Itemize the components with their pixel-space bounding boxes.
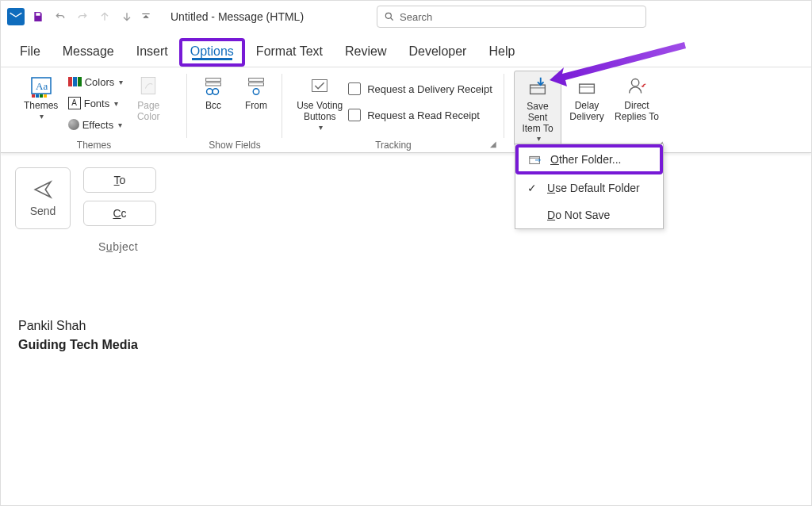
title-bar: Untitled - Message (HTML) Search	[1, 1, 811, 33]
folder-arrow-icon	[528, 152, 542, 167]
group-label-tracking: Tracking	[375, 138, 412, 152]
svg-point-16	[253, 89, 259, 95]
svg-point-12	[207, 89, 213, 95]
themes-icon: Aa	[28, 72, 55, 99]
svg-rect-19	[580, 84, 595, 93]
from-button[interactable]: From	[236, 71, 276, 113]
subject-row[interactable]: Subject	[15, 229, 797, 261]
svg-rect-11	[206, 82, 221, 86]
message-body[interactable]: Pankil Shah Guiding Tech Media	[15, 261, 797, 355]
svg-rect-17	[312, 80, 327, 92]
menu-do-not-save[interactable]: Do Not Save	[515, 201, 663, 228]
menu-other-folder[interactable]: Other Folder...	[515, 144, 663, 174]
voting-icon	[306, 72, 333, 99]
search-icon	[384, 11, 395, 22]
fonts-icon: A	[68, 97, 81, 109]
svg-point-1	[385, 13, 391, 18]
svg-rect-14	[249, 79, 264, 82]
send-button[interactable]: Send	[15, 167, 71, 229]
ribbon: Aa Themes▾ Colors▾ A Fonts▾	[1, 67, 811, 153]
svg-rect-8	[44, 94, 47, 98]
svg-rect-6	[36, 94, 39, 98]
qat-customize-icon[interactable]	[140, 8, 151, 25]
menu-use-default-folder[interactable]: ✓ Use Default Folder	[515, 174, 663, 201]
svg-rect-5	[32, 94, 35, 98]
page-color-icon	[135, 72, 162, 99]
down-arrow-icon[interactable]	[118, 8, 136, 25]
tab-options[interactable]: Options	[179, 38, 245, 67]
search-placeholder: Search	[400, 11, 432, 23]
signature-company: Guiding Tech Media	[18, 335, 794, 355]
save-sent-dropdown: Other Folder... ✓ Use Default Folder Do …	[515, 144, 664, 229]
tab-file[interactable]: File	[9, 38, 52, 67]
svg-rect-15	[249, 82, 264, 86]
effects-button[interactable]: Effects▾	[65, 115, 127, 134]
checkbox-icon	[348, 82, 361, 95]
svg-point-13	[213, 89, 219, 95]
outlook-app-icon	[7, 8, 25, 25]
svg-rect-10	[206, 79, 221, 82]
save-icon[interactable]	[29, 8, 47, 25]
to-button[interactable]: To	[83, 167, 156, 193]
tab-developer[interactable]: Developer	[398, 38, 478, 67]
ribbon-tabs: File Message Insert Options Format Text …	[1, 33, 811, 67]
check-icon: ✓	[525, 182, 539, 194]
direct-replies-icon	[623, 72, 650, 99]
group-themes: Aa Themes▾ Colors▾ A Fonts▾	[1, 67, 187, 152]
save-sent-icon	[524, 73, 551, 100]
bcc-icon	[200, 72, 227, 99]
direct-replies-to-button[interactable]: Direct Replies To	[612, 71, 661, 125]
tab-insert[interactable]: Insert	[125, 38, 179, 67]
signature-name: Pankil Shah	[18, 316, 794, 335]
svg-text:Aa: Aa	[36, 80, 48, 92]
svg-rect-9	[142, 78, 156, 94]
request-delivery-receipt[interactable]: Request a Delivery Receipt	[348, 77, 492, 101]
tab-review[interactable]: Review	[334, 38, 397, 67]
svg-point-20	[631, 79, 638, 86]
request-read-receipt[interactable]: Request a Read Receipt	[348, 103, 492, 127]
colors-icon	[68, 77, 82, 86]
group-label-show-fields: Show Fields	[209, 138, 260, 152]
send-icon	[33, 179, 53, 200]
compose-pane: Send To Cc Subject Pankil Shah Guiding T…	[1, 153, 811, 369]
use-voting-buttons[interactable]: Use Voting Buttons▾	[294, 71, 345, 133]
dialog-launcher-icon[interactable]: ◢	[490, 140, 501, 151]
subject-label: Subject	[98, 240, 138, 253]
group-show-fields: Bcc From Show Fields	[187, 67, 282, 152]
redo-icon[interactable]	[74, 8, 91, 25]
bcc-button[interactable]: Bcc	[193, 71, 233, 113]
page-color-button[interactable]: Page Color	[129, 71, 167, 125]
cc-button[interactable]: Cc	[83, 201, 156, 226]
group-tracking: Use Voting Buttons▾ Request a Delivery R…	[282, 67, 504, 152]
tab-message[interactable]: Message	[52, 38, 125, 67]
undo-icon[interactable]	[52, 8, 69, 25]
up-arrow-icon[interactable]	[96, 8, 113, 25]
delay-delivery-icon	[573, 72, 600, 99]
effects-icon	[68, 119, 79, 130]
svg-rect-18	[530, 85, 546, 94]
tab-help[interactable]: Help	[477, 38, 526, 67]
themes-button[interactable]: Aa Themes▾	[21, 71, 62, 122]
search-input[interactable]: Search	[377, 6, 646, 28]
delay-delivery-button[interactable]: Delay Delivery	[565, 71, 609, 125]
save-sent-item-to-button[interactable]: Save Sent Item To▾	[514, 71, 561, 146]
svg-rect-7	[40, 94, 43, 98]
checkbox-icon	[348, 109, 361, 121]
window-title: Untitled - Message (HTML)	[170, 10, 304, 23]
fonts-button[interactable]: A Fonts▾	[65, 94, 127, 113]
group-label-themes: Themes	[77, 138, 111, 152]
from-icon	[243, 72, 270, 99]
group-more-options: Save Sent Item To▾ Delay Delivery Direct…	[504, 67, 671, 152]
tab-format-text[interactable]: Format Text	[245, 38, 334, 67]
colors-button[interactable]: Colors▾	[65, 72, 127, 91]
